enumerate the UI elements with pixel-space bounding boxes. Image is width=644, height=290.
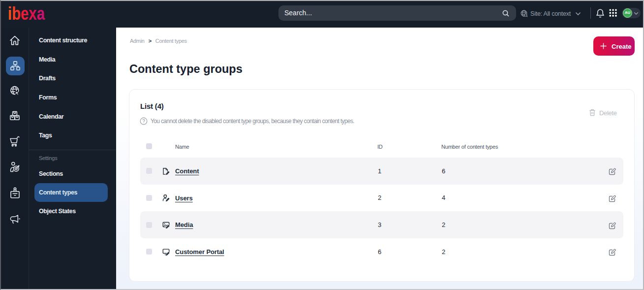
svg-text:ibexa: ibexa [8,3,45,23]
